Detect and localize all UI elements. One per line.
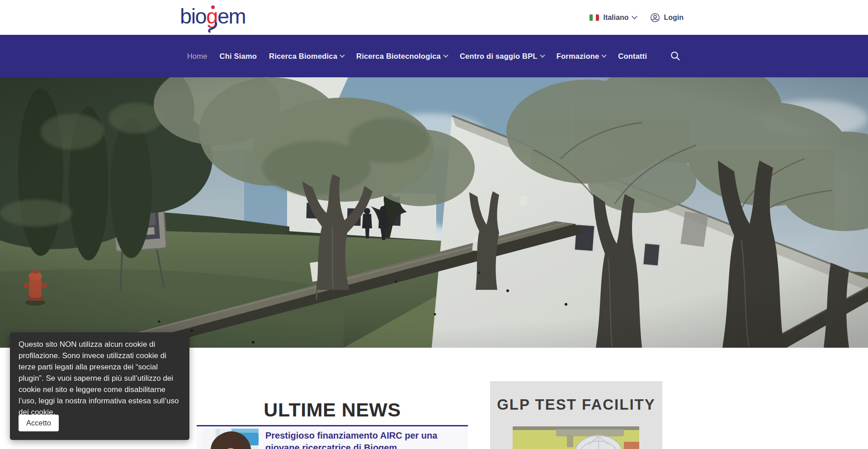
nav-menu: Home Chi Siamo Ricerca Biomedica Ricerca… bbox=[0, 35, 868, 77]
top-bar: biogem Italiano Login bbox=[0, 0, 868, 35]
logo-g-tail bbox=[208, 22, 218, 33]
nav-item-contatti[interactable]: Contatti bbox=[618, 52, 647, 61]
main-navigation: Home Chi Siamo Ricerca Biomedica Ricerca… bbox=[0, 35, 868, 77]
chevron-down-icon bbox=[443, 52, 448, 57]
search-button[interactable] bbox=[670, 51, 681, 61]
nav-item-ricerca-biotecnologica[interactable]: Ricerca Biotecnologica bbox=[356, 52, 448, 61]
glp-photo[interactable] bbox=[513, 426, 639, 449]
biogem-logo[interactable]: biogem bbox=[180, 4, 245, 32]
search-icon bbox=[670, 51, 681, 61]
chevron-down-icon bbox=[602, 52, 607, 57]
chevron-down-icon bbox=[340, 52, 344, 57]
news-item-title[interactable]: Prestigioso finanziamento AIRC per una g… bbox=[265, 430, 464, 449]
chevron-down-icon bbox=[632, 14, 638, 19]
topbar-right-cluster: Italiano Login bbox=[590, 0, 684, 35]
cookie-banner: Questo sito NON utilizza alcun cookie di… bbox=[10, 332, 189, 440]
glp-heading: GLP TEST FACILITY bbox=[490, 396, 662, 413]
logo-text-g: g bbox=[206, 4, 217, 29]
chevron-down-icon bbox=[540, 52, 545, 57]
italian-flag-icon bbox=[590, 14, 599, 21]
news-thumbnail-image[interactable] bbox=[203, 429, 259, 449]
logo-text-bio: bio bbox=[180, 4, 206, 29]
login-button[interactable]: Login bbox=[650, 13, 684, 23]
cookie-accept-button[interactable]: Accetto bbox=[19, 415, 59, 431]
login-label: Login bbox=[664, 14, 684, 22]
logo-text-em: em bbox=[217, 4, 245, 29]
nav-item-centro-di-saggio-bpl[interactable]: Centro di saggio BPL bbox=[460, 52, 544, 61]
language-selector[interactable]: Italiano bbox=[590, 14, 637, 22]
nav-item-ricerca-biomedica[interactable]: Ricerca Biomedica bbox=[269, 52, 344, 61]
news-card[interactable]: Prestigioso finanziamento AIRC per una g… bbox=[197, 425, 468, 449]
language-label: Italiano bbox=[603, 14, 628, 22]
ultime-news-heading: ULTIME NEWS bbox=[197, 399, 468, 421]
nav-item-formazione[interactable]: Formazione bbox=[557, 52, 606, 61]
user-icon bbox=[650, 13, 660, 23]
hero-video bbox=[0, 77, 868, 348]
nav-item-chi-siamo[interactable]: Chi Siamo bbox=[220, 52, 257, 61]
hero-image bbox=[0, 77, 868, 348]
glp-test-facility-panel: GLP TEST FACILITY bbox=[490, 381, 662, 449]
nav-item-home[interactable]: Home bbox=[187, 52, 208, 61]
cookie-message: Questo sito NON utilizza alcun cookie di… bbox=[19, 339, 181, 418]
